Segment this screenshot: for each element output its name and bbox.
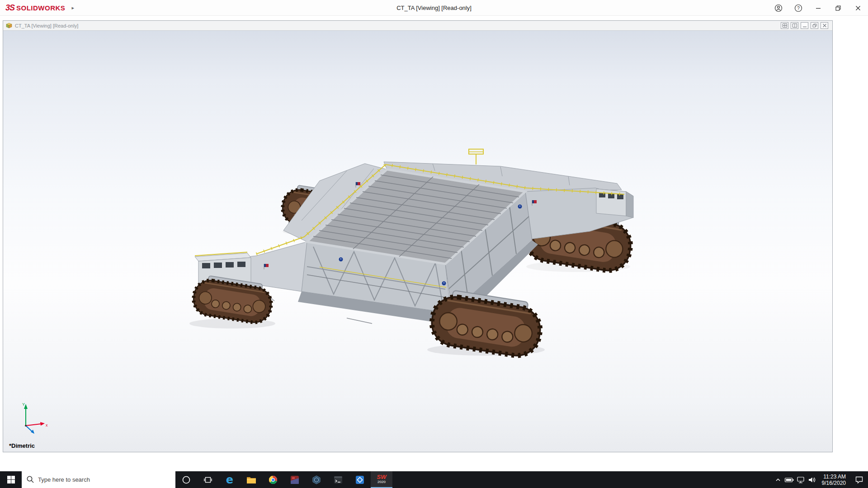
hidden-icons-chevron-icon[interactable] — [773, 471, 784, 488]
crawler-model[interactable] — [3, 31, 832, 452]
svg-text:x: x — [46, 423, 48, 427]
doc-restore-button[interactable] — [811, 22, 818, 29]
menu-expand-arrow-icon[interactable]: ▸ — [71, 5, 74, 11]
view-orientation-label: *Dimetric — [9, 442, 35, 449]
document-titlebar: CT_TA [Viewing] [Read-only] — [3, 21, 832, 31]
account-icon[interactable] — [769, 0, 788, 16]
svg-text:Y: Y — [22, 402, 25, 407]
app-icon-3[interactable] — [327, 471, 349, 488]
action-center-icon[interactable] — [850, 471, 868, 488]
app-icon-4[interactable] — [349, 471, 371, 488]
help-icon[interactable]: ? — [788, 0, 808, 16]
file-explorer-icon[interactable] — [241, 471, 262, 488]
doc-minimize-button[interactable] — [801, 22, 808, 29]
search-input[interactable] — [22, 471, 175, 488]
solidworks-app-icon[interactable]: SW 2020 — [371, 471, 392, 488]
clock[interactable]: 11:23 AM 9/16/2020 — [818, 474, 850, 486]
window-title: CT_TA [Viewing] [Read-only] — [0, 0, 868, 16]
edge-icon[interactable]: e — [219, 471, 241, 488]
svg-text:?: ? — [797, 5, 800, 10]
doc-close-button[interactable] — [821, 22, 828, 29]
tray-time-text: 11:23 AM — [822, 474, 846, 480]
tray-date-text: 9/16/2020 — [822, 480, 846, 486]
document-window: CT_TA [Viewing] [Read-only] — [3, 20, 833, 452]
solidworks-wordmark: SOLIDWORKS — [16, 4, 65, 12]
solidworks-logo[interactable]: 3S SOLIDWORKS ▸ — [5, 0, 74, 16]
volume-icon[interactable] — [807, 471, 818, 488]
start-button[interactable] — [0, 471, 22, 488]
restore-button[interactable] — [828, 0, 848, 16]
minimize-button[interactable] — [808, 0, 828, 16]
battery-icon[interactable] — [784, 471, 795, 488]
cortana-icon[interactable] — [175, 471, 197, 488]
document-title: CT_TA [Viewing] [Read-only] — [15, 23, 78, 28]
task-view-icon[interactable] — [197, 471, 219, 488]
orientation-triad[interactable]: Y x — [15, 399, 51, 436]
close-button[interactable] — [848, 0, 868, 16]
network-icon[interactable] — [795, 471, 807, 488]
windows-logo-icon — [7, 476, 15, 483]
system-tray: 11:23 AM 9/16/2020 — [773, 471, 868, 488]
assembly-cube-icon — [6, 23, 12, 28]
graphics-viewport[interactable]: Y x *Dimetric — [3, 31, 832, 452]
app-titlebar: 3S SOLIDWORKS ▸ CT_TA [Viewing] [Read-on… — [0, 0, 868, 16]
viewport-split-icon[interactable] — [791, 22, 798, 29]
search-icon — [26, 475, 34, 483]
app-icon-1[interactable] — [284, 471, 306, 488]
windows-taskbar: e SW 2020 — [0, 471, 868, 488]
chrome-icon[interactable] — [262, 471, 284, 488]
app-icon-2[interactable] — [306, 471, 327, 488]
ds-logo-mark: 3S — [5, 3, 14, 13]
taskbar-search[interactable] — [22, 471, 175, 488]
viewport-layout-icon[interactable] — [781, 22, 788, 29]
